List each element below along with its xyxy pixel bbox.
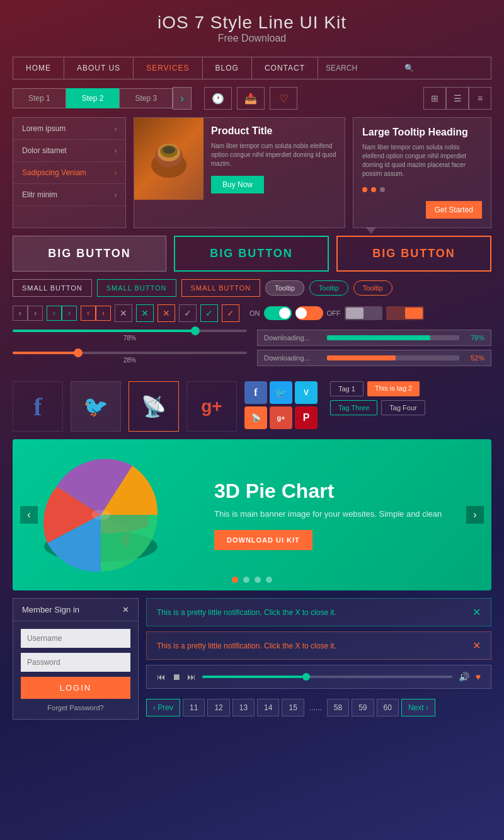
toggle-orange[interactable]: [295, 306, 323, 320]
rewind-button[interactable]: ⏮: [157, 672, 166, 682]
heart-icon-btn[interactable]: ♡: [270, 87, 297, 110]
small-button-teal[interactable]: SMALL BUTTON: [97, 279, 176, 297]
page-12[interactable]: 12: [207, 699, 229, 716]
player-thumb[interactable]: [302, 673, 310, 681]
list-view-icon[interactable]: ☰: [446, 87, 469, 110]
twitter-icon: 🐦: [83, 394, 108, 418]
step-1[interactable]: Step 1: [13, 88, 66, 108]
toggle-on[interactable]: [264, 306, 292, 320]
pagination-next[interactable]: Next ›: [401, 699, 435, 716]
check-button-dark[interactable]: ✓: [179, 304, 197, 322]
page-13[interactable]: 13: [232, 699, 255, 716]
nav-about[interactable]: ABOUT US: [64, 57, 134, 79]
tooltip-orange[interactable]: Tooltip: [353, 280, 392, 296]
nav-services[interactable]: SERVICES: [134, 57, 202, 79]
slider-toggle-gray[interactable]: [345, 306, 382, 320]
arrow-right-teal[interactable]: ›: [62, 306, 77, 321]
slider-teal-track[interactable]: [13, 330, 247, 332]
big-button-dark[interactable]: BIG BUTTON: [13, 236, 166, 272]
product-title: Product Title: [211, 125, 337, 137]
banner-next-button[interactable]: ›: [466, 506, 484, 524]
nav-contact[interactable]: CONTACT: [252, 57, 318, 79]
banner-dot-4[interactable]: [266, 577, 272, 583]
forgot-password-link[interactable]: Forget Password?: [21, 704, 130, 711]
social-gplus-big[interactable]: g+: [186, 381, 237, 432]
tag-1[interactable]: Tag 1: [330, 381, 364, 396]
social-sm-gplus[interactable]: g+: [270, 406, 292, 429]
tooltip-dark[interactable]: Tooltip: [265, 280, 304, 296]
sm-rss-icon: 📡: [251, 413, 261, 422]
nav-search-area[interactable]: SEARCH 🔍: [318, 59, 491, 78]
page-59[interactable]: 59: [352, 699, 374, 716]
banner-dot-1[interactable]: [232, 577, 238, 583]
download-button[interactable]: DOWNLOAD UI KIT: [214, 530, 312, 550]
big-button-teal[interactable]: BIG BUTTON: [174, 236, 329, 272]
password-input[interactable]: [21, 653, 130, 672]
player-track[interactable]: [202, 676, 452, 678]
search-icon[interactable]: 🔍: [404, 64, 483, 72]
arrow-right-orange[interactable]: ›: [96, 306, 111, 321]
x-button-dark[interactable]: ✕: [115, 304, 132, 322]
menu-item-sadipscing[interactable]: Sadipscing Veniam ›: [13, 162, 125, 184]
social-sm-pinterest[interactable]: P: [295, 406, 318, 429]
tag-four[interactable]: Tag Four: [381, 400, 425, 415]
social-sm-vimeo[interactable]: V: [295, 381, 318, 404]
x-button-orange[interactable]: ✕: [158, 304, 175, 322]
check-button-teal[interactable]: ✓: [200, 304, 218, 322]
username-input[interactable]: [21, 629, 130, 648]
forward-button[interactable]: ⏭: [187, 672, 196, 682]
x-button-teal[interactable]: ✕: [136, 304, 154, 322]
tag-2[interactable]: This is tag 2: [367, 381, 420, 396]
arrow-left-teal[interactable]: ‹: [47, 306, 62, 321]
slider-orange-thumb[interactable]: [74, 348, 83, 357]
pagination-prev[interactable]: ‹ Prev: [146, 699, 180, 716]
page-11[interactable]: 11: [183, 699, 205, 716]
nav-blog[interactable]: BLOG: [203, 57, 252, 79]
sign-in-close-icon[interactable]: ✕: [122, 605, 129, 614]
buy-now-button[interactable]: Buy Now: [211, 176, 264, 193]
login-button[interactable]: LOGIN: [21, 677, 130, 699]
social-sm-twitter[interactable]: 🐦: [270, 381, 292, 404]
arrow-left-dark[interactable]: ‹: [13, 306, 28, 321]
tooltip-teal[interactable]: Tooltip: [309, 280, 348, 296]
page-14[interactable]: 14: [257, 699, 279, 716]
volume-icon[interactable]: 🔊: [459, 672, 469, 682]
arrow-right-dark[interactable]: ›: [28, 306, 43, 321]
small-button-orange[interactable]: SMALL BUTTON: [181, 279, 261, 297]
menu-item-elitr[interactable]: Elitr minim ›: [13, 184, 125, 206]
step-3[interactable]: Step 3: [119, 88, 173, 108]
page-60[interactable]: 60: [377, 699, 399, 716]
notification-close-2[interactable]: ✕: [472, 640, 481, 652]
player-heart-icon[interactable]: ♥: [476, 672, 481, 682]
social-sm-facebook[interactable]: f: [244, 381, 267, 404]
social-facebook-big[interactable]: f: [13, 381, 63, 432]
grid-view-icon[interactable]: ⊞: [423, 87, 446, 110]
slider-toggle-orange[interactable]: [386, 306, 424, 320]
notification-close-1[interactable]: ✕: [472, 606, 481, 618]
page-15[interactable]: 15: [282, 699, 304, 716]
social-sm-rss[interactable]: 📡: [244, 406, 267, 429]
slider-teal-thumb[interactable]: [191, 326, 200, 335]
tag-three[interactable]: Tag Three: [330, 400, 377, 415]
menu-view-icon[interactable]: ≡: [469, 87, 491, 110]
step-next-arrow[interactable]: ›: [173, 87, 192, 110]
social-rss-big[interactable]: 📡: [129, 381, 179, 432]
nav-home[interactable]: HOME: [13, 57, 64, 79]
menu-item-dolor[interactable]: Dolor sitamet ›: [13, 140, 125, 162]
menu-item-lorem[interactable]: Lorem ipsum ›: [13, 118, 125, 140]
stop-button[interactable]: ⏹: [172, 672, 181, 682]
step-2[interactable]: Step 2: [66, 88, 120, 108]
social-twitter-big[interactable]: 🐦: [71, 381, 121, 432]
banner-dot-2[interactable]: [243, 577, 249, 583]
check-button-orange[interactable]: ✓: [222, 304, 239, 322]
clock-icon-btn[interactable]: 🕐: [204, 87, 232, 110]
download-icon-btn[interactable]: 📥: [237, 87, 265, 110]
get-started-button[interactable]: Get Started: [426, 201, 482, 219]
big-button-orange[interactable]: BIG BUTTON: [336, 236, 491, 272]
arrow-left-orange[interactable]: ‹: [81, 306, 96, 321]
page-58[interactable]: 58: [327, 699, 349, 716]
banner-dot-3[interactable]: [255, 577, 261, 583]
slider-orange-track[interactable]: [13, 352, 247, 354]
menu-label: Sadipscing Veniam: [22, 168, 86, 177]
small-button-dark[interactable]: SMALL BUTTON: [13, 279, 92, 297]
